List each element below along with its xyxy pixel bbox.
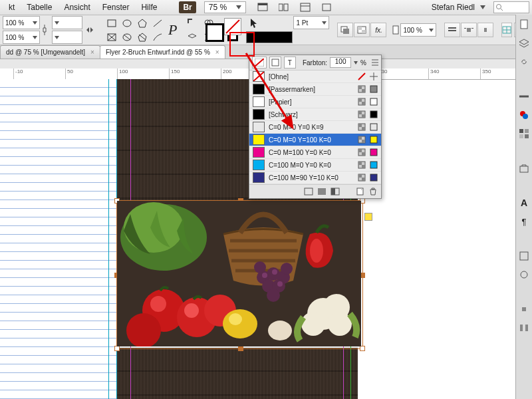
menu-item[interactable]: Hilfe <box>135 3 163 12</box>
swatch-row[interactable]: [Papier] <box>249 96 381 108</box>
svg-rect-116 <box>525 129 529 133</box>
search-input[interactable] <box>493 1 529 13</box>
svg-rect-6 <box>323 4 331 11</box>
svg-rect-106 <box>370 174 377 181</box>
tab-document-2[interactable]: Flyer 2-Bruch Entwurf.indd @ 55 %× <box>100 45 225 59</box>
rect-frame-icon[interactable] <box>104 31 119 44</box>
tint-value-field[interactable]: 100 <box>330 57 351 68</box>
paragraph-style-icon[interactable]: P <box>168 21 177 39</box>
opacity-field[interactable]: 100 % <box>392 23 436 37</box>
swatch-row[interactable]: [Schwarz] <box>249 108 381 121</box>
swatches-footer <box>249 184 381 198</box>
placed-image[interactable] <box>117 201 361 346</box>
svg-rect-100 <box>358 162 362 165</box>
stroke-weight-field[interactable]: 1 Pt <box>293 16 329 29</box>
formatting-text-icon[interactable]: T <box>284 57 296 68</box>
polygon-tool-icon[interactable] <box>135 17 150 30</box>
swatch-row[interactable]: C=0 M=100 Y=0 K=0 <box>249 146 381 159</box>
zoom-select[interactable]: 75 % <box>204 1 246 13</box>
svg-point-59 <box>126 313 161 346</box>
swatches-panel-icon[interactable] <box>518 128 530 140</box>
drop-shadow-button[interactable] <box>337 23 353 37</box>
stroke-style-select[interactable] <box>246 31 293 43</box>
paragraph-panel-icon[interactable]: ¶ <box>518 215 530 227</box>
tab-document-1[interactable]: dd @ 75 % [Umgewandelt]× <box>0 45 100 59</box>
swatch-row[interactable]: [Ohne] <box>249 70 381 83</box>
svg-point-65 <box>301 312 325 336</box>
arrange-icon[interactable] <box>277 1 291 14</box>
svg-rect-118 <box>525 134 529 138</box>
swatch-row[interactable]: [Passermarken] <box>249 83 381 96</box>
transparency-button[interactable] <box>354 23 370 37</box>
link-icon[interactable] <box>42 23 50 37</box>
dropdown-icon[interactable] <box>319 1 334 14</box>
menu-item[interactable]: Fenster <box>96 3 136 12</box>
close-icon[interactable]: × <box>90 49 94 56</box>
text-wrap-none-icon[interactable] <box>444 23 460 37</box>
text-wrap-bounding-icon[interactable] <box>461 23 477 37</box>
anchor-marker[interactable] <box>364 213 372 221</box>
svg-line-16 <box>124 35 130 40</box>
swatch-row[interactable]: C=100 M=0 Y=0 K=0 <box>249 159 381 172</box>
svg-point-53 <box>277 281 283 287</box>
menu-item[interactable]: kt <box>3 3 21 12</box>
svg-rect-1 <box>258 3 267 5</box>
screen-mode-icon[interactable] <box>255 1 270 14</box>
rotate-field[interactable] <box>52 16 82 29</box>
ellipse-frame-icon[interactable] <box>120 31 134 44</box>
new-swatch-icon[interactable] <box>304 188 313 196</box>
panel-menu-icon[interactable] <box>372 59 378 66</box>
effects-panel-icon[interactable] <box>518 269 530 281</box>
view-options-icon[interactable] <box>298 1 313 14</box>
chevron-down-icon[interactable] <box>480 5 485 9</box>
new-gradient-icon[interactable] <box>317 188 327 196</box>
ellipse-tool-icon[interactable] <box>120 17 134 30</box>
swatch-row[interactable]: C=0 M=0 Y=100 K=0 <box>249 134 381 146</box>
rect-tool-icon[interactable] <box>104 17 119 30</box>
character-panel-icon[interactable]: A <box>518 197 530 209</box>
guide[interactable] <box>108 79 109 399</box>
pencil-tool-icon[interactable] <box>150 31 165 44</box>
corner-options-icon[interactable] <box>185 16 200 29</box>
svg-rect-81 <box>362 102 365 105</box>
svg-rect-29 <box>467 28 471 32</box>
new-tint-icon[interactable] <box>331 188 340 196</box>
cc-libraries-icon[interactable] <box>518 162 530 174</box>
frame-grid-icon[interactable] <box>501 23 512 37</box>
svg-rect-90 <box>370 124 377 130</box>
links-panel-icon[interactable] <box>518 56 530 68</box>
tint-slider-icon[interactable] <box>354 60 358 65</box>
user-name[interactable]: Stefan Riedl <box>432 3 475 12</box>
cursor-icon[interactable] <box>246 17 261 30</box>
text-wrap-shape-icon[interactable] <box>477 23 493 37</box>
svg-rect-26 <box>393 26 398 34</box>
polygon-frame-icon[interactable] <box>135 31 150 44</box>
svg-rect-89 <box>362 127 365 130</box>
object-layer-icon[interactable] <box>185 31 200 44</box>
bridge-badge[interactable]: Br <box>179 1 196 13</box>
fill-proxy-icon[interactable] <box>252 57 267 68</box>
swatch-row[interactable]: C=0 M=0 Y=0 K=9 <box>249 121 381 134</box>
shear-field[interactable] <box>52 31 82 44</box>
layers-panel-icon[interactable] <box>518 37 530 49</box>
new-page-icon[interactable] <box>356 188 365 196</box>
stroke-panel-icon[interactable] <box>518 90 530 102</box>
scale-x-field[interactable]: 100 % <box>3 16 40 29</box>
menu-item[interactable]: Tabelle <box>21 3 58 12</box>
color-panel-icon[interactable] <box>518 109 530 121</box>
effects-buttons: fx. <box>337 23 386 37</box>
object-styles-icon[interactable] <box>518 250 530 262</box>
swatch-row[interactable]: C=100 M=90 Y=10 K=0 <box>249 172 381 184</box>
delete-swatch-icon[interactable] <box>369 188 377 196</box>
line-tool-icon[interactable] <box>150 17 165 30</box>
formatting-container-icon[interactable] <box>269 57 281 68</box>
scale-y-field[interactable]: 100 % <box>3 31 40 44</box>
fx-button[interactable]: fx. <box>370 23 386 37</box>
pages-panel-icon[interactable] <box>518 19 530 31</box>
close-icon[interactable]: × <box>215 49 219 56</box>
align-panel-icon[interactable] <box>518 322 530 334</box>
text-wrap-panel-icon[interactable] <box>518 303 530 315</box>
flip-h-icon[interactable] <box>84 23 95 37</box>
menu-item[interactable]: Ansicht <box>58 3 96 12</box>
swatches-panel[interactable]: T Farbton: 100 % [Ohne][Passermarken][Pa… <box>249 55 382 199</box>
